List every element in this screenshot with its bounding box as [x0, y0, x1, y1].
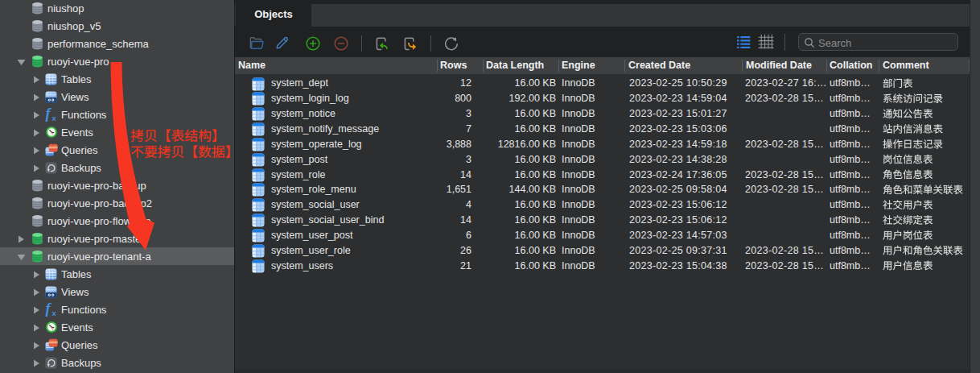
svg-text:x: x: [52, 114, 57, 122]
svg-text:f: f: [46, 106, 52, 122]
svg-text:x: x: [52, 309, 57, 317]
svg-text:f: f: [46, 301, 52, 317]
